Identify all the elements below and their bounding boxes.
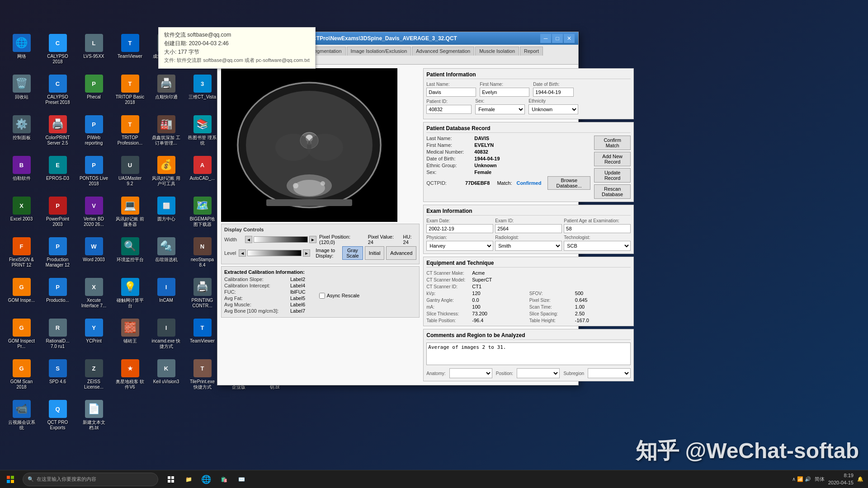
level-right-arrow[interactable]: ► bbox=[303, 249, 310, 257]
taskbar-search-box[interactable]: 🔍 在这里输入你要搜索的内容 bbox=[23, 473, 158, 486]
level-left-arrow[interactable]: ◄ bbox=[239, 249, 246, 257]
sex-select[interactable]: Female Male bbox=[475, 104, 525, 114]
desktop-icon-28[interactable]: 💰风讯好记账 用户可工具 bbox=[149, 154, 183, 192]
position-select[interactable] bbox=[517, 368, 560, 378]
confirm-match-button[interactable]: Confirm Match bbox=[594, 136, 631, 150]
desktop-icon-29[interactable]: AAutoCAD_... bbox=[185, 154, 219, 192]
dob-input[interactable] bbox=[533, 88, 574, 97]
tab-advanced-seg[interactable]: Advanced Segmentation bbox=[412, 47, 474, 56]
desktop-icon-56[interactable]: GGOM Inspect Pr... bbox=[5, 316, 38, 355]
desktop-icon-33[interactable]: PPowerPoint 2003 bbox=[41, 194, 75, 233]
desktop-icon-32[interactable]: XExcel 2003 bbox=[5, 194, 38, 233]
desktop-icon-67[interactable]: ★奥星地税客 软件V6 bbox=[113, 357, 147, 395]
desktop-icon-35[interactable]: 💻风讯好记账 前服务器 bbox=[113, 194, 147, 233]
desktop-icon-64[interactable]: GGOM Scan 2018 bbox=[5, 357, 38, 395]
desktop-icon-2[interactable]: LLVS-95XX bbox=[77, 32, 111, 70]
radiologist-select[interactable]: Smith bbox=[495, 241, 562, 251]
add-new-record-button[interactable]: Add New Record bbox=[594, 152, 631, 166]
first-name-input[interactable] bbox=[480, 88, 529, 97]
desktop-icon-18[interactable]: PPiWeb reporting bbox=[77, 113, 111, 151]
desktop-icon-50[interactable]: XXecute Interface 7... bbox=[77, 276, 111, 314]
taskbar-edge[interactable]: 🌐 bbox=[198, 471, 214, 488]
desktop-icon-8[interactable]: 🗑️回收站 bbox=[5, 72, 38, 111]
desktop-icon-26[interactable]: PPONTOS Live 2018 bbox=[77, 154, 111, 192]
taskbar-mail[interactable]: ✉️ bbox=[233, 471, 250, 488]
desktop-icon-44[interactable]: 🔩岳喧筛选机 bbox=[149, 235, 183, 273]
desktop-icon-68[interactable]: KKeil uVision3 bbox=[149, 357, 183, 395]
advanced-button[interactable]: Advanced bbox=[386, 246, 416, 260]
desktop-icon-27[interactable]: UUASMaster 9.2 bbox=[113, 154, 147, 192]
maximize-button[interactable]: □ bbox=[552, 34, 563, 43]
desktop-icon-66[interactable]: ZZEISS License... bbox=[77, 357, 111, 395]
desktop-icon-16[interactable]: ⚙️控制面板 bbox=[5, 113, 38, 151]
desktop-icon-74[interactable]: 📄新建文本文 档.bt bbox=[77, 398, 111, 436]
desktop-icon-36[interactable]: ⬜圆方中心 bbox=[149, 194, 183, 233]
desktop-icon-52[interactable]: IInCAM bbox=[149, 276, 183, 314]
update-record-button[interactable]: Update Record bbox=[594, 168, 631, 183]
level-slider-track[interactable] bbox=[247, 250, 302, 256]
desktop-icon-34[interactable]: VVertex BD 2020 26... bbox=[77, 194, 111, 233]
desktop-icon-3[interactable]: TTeamViewer bbox=[113, 32, 147, 70]
desktop-icon-49[interactable]: PProductio... bbox=[41, 276, 75, 314]
desktop-icon-10[interactable]: PPhecal bbox=[77, 72, 111, 111]
last-name-input[interactable] bbox=[426, 88, 476, 97]
patient-id-input[interactable] bbox=[426, 105, 472, 114]
desktop-icon-59[interactable]: 🧱铺砖王 bbox=[113, 316, 147, 355]
minimize-button[interactable]: ─ bbox=[540, 34, 551, 43]
desktop-icon-57[interactable]: RRationalD... 7.0 ru1 bbox=[41, 316, 75, 355]
comments-textarea[interactable]: Average of images 2 to 31. bbox=[426, 343, 631, 365]
tab-report[interactable]: Report bbox=[520, 47, 543, 56]
desktop-icon-72[interactable]: 📹云视频会议系 统 bbox=[5, 398, 38, 436]
ethnicity-select[interactable]: Unknown Caucasian Asian bbox=[528, 104, 578, 114]
desktop-icon-13[interactable]: 3三维CT_Vista bbox=[185, 72, 219, 111]
desktop-icon-73[interactable]: QQCT PRO Exports bbox=[41, 398, 75, 436]
exam-id-input[interactable] bbox=[495, 224, 562, 233]
async-checkbox[interactable] bbox=[319, 293, 325, 299]
gray-scale-button[interactable]: Gray Scale bbox=[342, 246, 363, 260]
anatomy-select[interactable] bbox=[449, 368, 492, 378]
desktop-icon-42[interactable]: WWord 2003 bbox=[77, 235, 111, 273]
desktop-icon-19[interactable]: TTRITOP Profession... bbox=[113, 113, 147, 151]
technologist-select[interactable]: SCB bbox=[564, 241, 631, 251]
desktop-icon-17[interactable]: 🖨️ColorPRINT Server 2.5 bbox=[41, 113, 75, 151]
desktop-icon-43[interactable]: 🔍环境监控平台 bbox=[113, 235, 147, 273]
desktop-icon-48[interactable]: GGOM Inspe... bbox=[5, 276, 38, 314]
close-button[interactable]: ✕ bbox=[564, 34, 575, 43]
tab-image-isolation[interactable]: Image Isolation/Exclusion bbox=[347, 47, 411, 56]
desktop-icon-41[interactable]: PProduction Manager 12 bbox=[41, 235, 75, 273]
desktop-icon-20[interactable]: 🏭鼎鑫筑深加 工订单管理... bbox=[149, 113, 183, 151]
desktop-icon-1[interactable]: CCALYPSO 2018 bbox=[41, 32, 75, 70]
width-right-arrow[interactable]: ► bbox=[309, 236, 316, 243]
width-left-arrow[interactable]: ◄ bbox=[245, 236, 252, 243]
tab-muscle[interactable]: Muscle Isolation bbox=[475, 47, 519, 56]
start-button[interactable] bbox=[0, 470, 20, 488]
desktop-icon-53[interactable]: 🖨️PRINTING CONTR... bbox=[185, 276, 219, 314]
taskbar-store[interactable]: 🛍️ bbox=[216, 471, 232, 488]
physician-select[interactable]: Harvey bbox=[426, 241, 493, 251]
patient-age-input[interactable] bbox=[564, 224, 631, 233]
taskbar-task-view[interactable] bbox=[163, 471, 179, 488]
desktop-icon-58[interactable]: YYCPrint bbox=[77, 316, 111, 355]
desktop-icon-60[interactable]: Iincamd.exe 快捷方式 bbox=[149, 316, 183, 355]
browse-db-button[interactable]: Browse Database... bbox=[547, 176, 590, 190]
desktop-icon-45[interactable]: NneoStampa 8.4 bbox=[185, 235, 219, 273]
desktop-icon-0[interactable]: 🌐网络 bbox=[5, 32, 38, 70]
desktop-icon-40[interactable]: FFlexiSIGN & PRINT 12 bbox=[5, 235, 38, 273]
notification-icon[interactable]: 🔔 bbox=[857, 476, 863, 482]
desktop-icon-24[interactable]: B伯勒软件 bbox=[5, 154, 38, 192]
desktop-icon-25[interactable]: EEPROS-D3 bbox=[41, 154, 75, 192]
desktop-icon-61[interactable]: TTeamViewer bbox=[185, 316, 219, 355]
initial-button[interactable]: Initial bbox=[365, 246, 385, 260]
exam-date-input[interactable] bbox=[426, 224, 493, 233]
rescan-db-button[interactable]: Rescan Database bbox=[594, 184, 631, 199]
taskbar-file-explorer[interactable]: 📁 bbox=[180, 471, 197, 488]
desktop-icon-11[interactable]: TTRITOP Basic 2018 bbox=[113, 72, 147, 111]
desktop-icon-12[interactable]: 🖨️点顺快印通 bbox=[149, 72, 183, 111]
width-slider-track[interactable] bbox=[254, 236, 308, 243]
desktop-icon-51[interactable]: 💡碰触网计算平 台 bbox=[113, 276, 147, 314]
desktop-icon-9[interactable]: CCALYPSO Preset 2018 bbox=[41, 72, 75, 111]
desktop-icon-69[interactable]: TTilePrint.exe 快捷方式 bbox=[185, 357, 219, 395]
subregion-select[interactable] bbox=[588, 368, 631, 378]
desktop-icon-21[interactable]: 📚邑图书管 理系统 bbox=[185, 113, 219, 151]
desktop-icon-37[interactable]: 🗺️BIGEMAP地 图下载器 bbox=[185, 194, 219, 233]
